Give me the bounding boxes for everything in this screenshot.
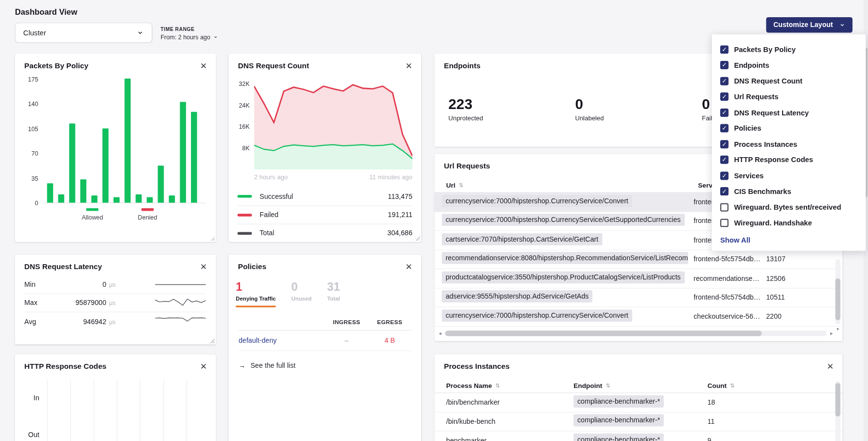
customize-menu-item[interactable]: ✓Process Instances	[720, 136, 857, 152]
resize-handle[interactable]	[209, 235, 215, 241]
horizontal-scrollbar[interactable]: ◄ ►	[438, 330, 834, 337]
table-row[interactable]: productcatalogservice:3550/hipstershop.P…	[434, 269, 842, 288]
latency-unit: μs	[109, 281, 123, 288]
customize-menu-item-label: Wireguard. Bytes sent/received	[734, 203, 841, 212]
latency-label: Avg	[25, 318, 54, 326]
customize-layout-menu: ✓Packets By Policy✓Endpoints✓DNS Request…	[712, 34, 866, 251]
view-selector[interactable]: Cluster ⌄	[15, 23, 152, 43]
checkbox-icon[interactable]: ✓	[720, 61, 729, 69]
customize-menu-item[interactable]: ✓HTTP Response Codes	[720, 152, 857, 168]
customize-menu-item[interactable]: Wireguard. Handshake	[720, 215, 857, 231]
legend-label: Allowed	[81, 214, 103, 220]
checkbox-icon[interactable]: ✓	[720, 124, 729, 133]
checkbox-icon[interactable]: ✓	[720, 140, 729, 148]
url-chip: currencyservice:7000/hipstershop.Currenc…	[442, 309, 632, 322]
resize-handle[interactable]	[415, 235, 420, 241]
table-header-row: INGRESS EGRESS	[239, 318, 411, 331]
customize-menu-item[interactable]: ✓Endpoints	[720, 57, 857, 73]
scroll-right-icon[interactable]: ►	[829, 331, 834, 336]
page-title: Dashboard View	[15, 8, 77, 17]
stat-value: 223	[448, 96, 575, 113]
table-row[interactable]: adservice:9555/hipstershop.AdService/Get…	[434, 288, 842, 307]
customize-menu-item[interactable]: ✓Services	[720, 168, 857, 184]
policy-stat[interactable]: 31Total	[327, 280, 340, 307]
customize-menu-item[interactable]: ✓CIS Benchmarks	[720, 184, 857, 199]
customize-menu-item[interactable]: ✓Policies	[720, 120, 857, 136]
column-header-count[interactable]: Count ⇅	[707, 382, 734, 389]
lane-label: In	[21, 394, 47, 402]
customize-menu-item[interactable]: Wireguard. Bytes sent/received	[720, 199, 857, 215]
vertical-scrollbar[interactable]	[835, 381, 840, 441]
legend-group: Allowed	[81, 208, 103, 220]
column-header-process-name[interactable]: Process Name ⇅	[446, 382, 573, 389]
close-icon[interactable]: ✕	[827, 362, 834, 370]
see-full-list-link[interactable]: → See the full list	[239, 361, 411, 369]
customize-layout-label: Customize Layout	[773, 21, 833, 29]
checkbox-icon[interactable]: ✓	[720, 171, 729, 180]
x-axis-label-end: 11 minutes ago	[369, 174, 412, 181]
customize-menu-item[interactable]: ✓DNS Request Count	[720, 73, 857, 89]
show-all-link[interactable]: Show All	[720, 236, 857, 244]
count-cell: 9	[707, 437, 711, 441]
count-cell: 2200	[766, 313, 782, 321]
endpoint-chip: compliance-benchmarker-*	[573, 395, 664, 408]
close-icon[interactable]: ✕	[406, 61, 412, 70]
checkbox-icon[interactable]: ✓	[720, 93, 729, 101]
checkbox-icon[interactable]	[720, 219, 729, 227]
vertical-scrollbar[interactable]: ▼	[835, 259, 840, 325]
stat-label: Denying Traffic	[236, 296, 275, 307]
scrollbar-track[interactable]	[445, 331, 826, 336]
arrow-right-icon: →	[239, 361, 245, 369]
column-header-ingress[interactable]: INGRESS	[325, 318, 368, 325]
policy-name-link[interactable]: default-deny	[239, 337, 325, 345]
legend-value: 113,475	[388, 193, 412, 200]
customize-menu-item[interactable]: ✓Packets By Policy	[720, 42, 857, 57]
scroll-left-icon[interactable]: ◄	[438, 331, 442, 336]
url-chip: currencyservice:7000/hipstershop.Currenc…	[442, 214, 684, 226]
table-row[interactable]: /bin/kube-benchcompliance-benchmarker-*1…	[434, 412, 842, 431]
customize-menu-item-label: Endpoints	[734, 61, 769, 69]
latency-value: 946942	[53, 318, 106, 326]
checkbox-icon[interactable]: ✓	[720, 45, 729, 54]
resize-handle[interactable]	[209, 338, 215, 343]
scrollbar-thumb[interactable]	[835, 383, 840, 416]
checkbox-icon[interactable]: ✓	[720, 109, 729, 117]
sort-icon[interactable]: ⇅	[459, 182, 463, 188]
table-row[interactable]: benchmarkercompliance-benchmarker-*9	[434, 431, 842, 441]
legend-row: Total304,686	[238, 224, 412, 242]
policy-stat[interactable]: 1Denying Traffic	[236, 280, 275, 307]
scroll-down-icon[interactable]: ▼	[836, 327, 840, 331]
checkbox-icon[interactable]	[720, 203, 729, 212]
checkbox-icon[interactable]: ✓	[720, 77, 729, 85]
customize-menu-item[interactable]: ✓Url Requests	[720, 89, 857, 105]
card-title: Packets By Policy	[25, 61, 88, 70]
customize-layout-button[interactable]: Customize Layout ⌄	[766, 17, 853, 33]
scrollbar-thumb[interactable]	[835, 279, 840, 321]
lane-grid	[47, 416, 208, 441]
legend-row: Successful113,475	[238, 187, 412, 205]
endpoint-cell: compliance-benchmarker-*	[573, 434, 707, 441]
close-icon[interactable]: ✕	[200, 362, 207, 370]
card-dns-request-count: DNS Request Count ✕ 32K24K16K8K 2 hours …	[229, 54, 421, 242]
table-row[interactable]: recommendationservice:8080/hipstershop.R…	[434, 250, 842, 269]
table-row[interactable]: /bin/benchmarkercompliance-benchmarker-*…	[434, 393, 842, 413]
sort-icon[interactable]: ⇅	[730, 383, 734, 388]
customize-menu-item[interactable]: ✓DNS Request Latency	[720, 105, 857, 120]
time-range-value[interactable]: From: 2 hours ago ⌄	[161, 34, 218, 41]
scrollbar-thumb[interactable]	[445, 331, 761, 336]
sort-icon[interactable]: ⇅	[495, 383, 500, 388]
bar	[125, 79, 131, 203]
close-icon[interactable]: ✕	[200, 262, 207, 271]
close-icon[interactable]: ✕	[200, 61, 207, 70]
table-row[interactable]: currencyservice:7000/hipstershop.Currenc…	[434, 307, 842, 327]
column-header-egress[interactable]: EGRESS	[368, 318, 411, 325]
column-header-endpoint[interactable]: Endpoint ⇅	[573, 382, 707, 389]
close-icon[interactable]: ✕	[406, 262, 412, 271]
column-header-url[interactable]: Url ⇅	[446, 181, 698, 189]
checkbox-icon[interactable]: ✓	[720, 187, 729, 195]
checkbox-icon[interactable]: ✓	[720, 156, 729, 164]
legend-group: Denied	[138, 208, 157, 220]
policy-stat[interactable]: 0Unused	[291, 280, 311, 307]
bar	[147, 197, 153, 202]
sort-icon[interactable]: ⇅	[606, 383, 610, 388]
